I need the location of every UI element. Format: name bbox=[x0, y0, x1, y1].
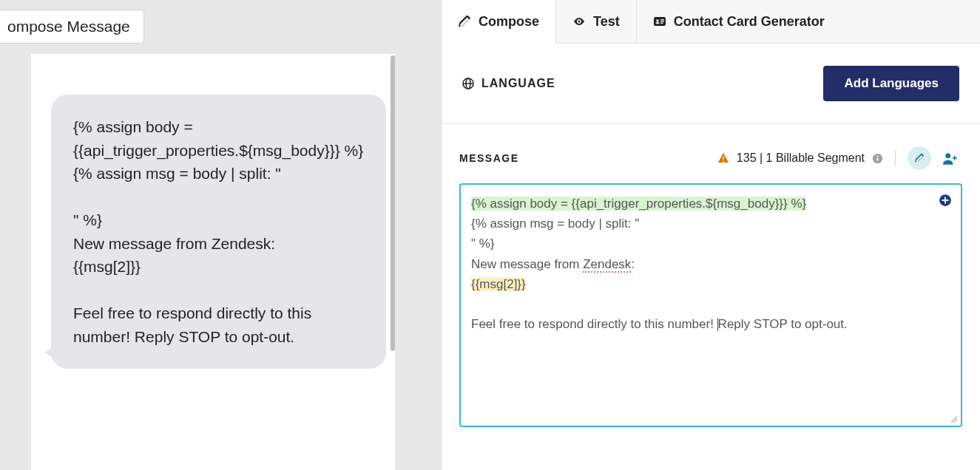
add-languages-label: Add Languages bbox=[844, 76, 939, 90]
preview-scroll-area[interactable]: {% assign body = {{api_trigger_propertie… bbox=[31, 54, 391, 470]
svg-rect-5 bbox=[660, 23, 663, 24]
segment-count-text: 135 | 1 Billable Segment bbox=[737, 151, 865, 165]
svg-point-10 bbox=[876, 155, 878, 157]
globe-icon bbox=[462, 78, 474, 89]
pencil-icon bbox=[915, 151, 924, 165]
resize-handle[interactable] bbox=[950, 415, 959, 423]
message-editor[interactable]: {% assign body = {{api_trigger_propertie… bbox=[459, 183, 962, 427]
tabs-bar: Compose Test Contact Card Generator bbox=[442, 0, 980, 44]
language-label: LANGUAGE bbox=[462, 77, 555, 90]
sms-preview-text: {% assign body = {{api_trigger_propertie… bbox=[73, 118, 363, 345]
editor-line-6: {{msg[2]}} bbox=[471, 277, 526, 291]
scrollbar-thumb[interactable] bbox=[391, 55, 395, 351]
compose-message-tab[interactable]: ompose Message bbox=[0, 10, 144, 44]
eye-icon bbox=[572, 15, 586, 28]
add-variable-button[interactable] bbox=[939, 194, 952, 207]
editor-line-7 bbox=[471, 294, 950, 314]
tab-compose-label: Compose bbox=[479, 14, 539, 30]
svg-rect-2 bbox=[655, 22, 659, 24]
language-row: LANGUAGE Add Languages bbox=[442, 44, 980, 124]
message-label: MESSAGE bbox=[459, 152, 519, 164]
preview-container: {% assign body = {{api_trigger_propertie… bbox=[31, 54, 395, 470]
svg-point-1 bbox=[656, 19, 659, 22]
add-languages-button[interactable]: Add Languages bbox=[823, 66, 959, 101]
svg-rect-11 bbox=[877, 157, 879, 161]
message-meta: 135 | 1 Billable Segment bbox=[717, 146, 962, 170]
user-plus-icon bbox=[942, 151, 959, 165]
tab-compose[interactable]: Compose bbox=[442, 0, 556, 44]
tab-test-label: Test bbox=[593, 14, 620, 30]
editor-panel: Compose Test Contact Card Generator LANG… bbox=[441, 0, 980, 470]
svg-rect-3 bbox=[660, 19, 664, 20]
editor-line-1: {% assign body = {{api_trigger_propertie… bbox=[471, 197, 806, 211]
edit-mode-button[interactable] bbox=[908, 146, 931, 170]
editor-line-2: {% assign msg = body | split: " bbox=[471, 214, 950, 234]
warning-icon bbox=[717, 152, 729, 164]
editor-line-5: New message from Zendesk: bbox=[471, 254, 950, 274]
add-user-button[interactable] bbox=[939, 146, 962, 170]
pencil-icon bbox=[458, 15, 471, 28]
sms-preview-bubble: {% assign body = {{api_trigger_propertie… bbox=[51, 95, 386, 369]
info-icon[interactable] bbox=[872, 153, 883, 164]
svg-rect-4 bbox=[660, 21, 664, 21]
message-section: MESSAGE 135 | 1 Billable Segment bbox=[442, 124, 980, 427]
editor-line-4: " %} bbox=[471, 234, 950, 253]
message-header: MESSAGE 135 | 1 Billable Segment bbox=[459, 146, 962, 170]
svg-point-12 bbox=[945, 153, 950, 158]
preview-panel: ompose Message {% assign body = {{api_tr… bbox=[0, 0, 436, 470]
tab-contact-label: Contact Card Generator bbox=[674, 14, 825, 30]
compose-message-tab-label: ompose Message bbox=[7, 18, 130, 35]
tab-contact-card[interactable]: Contact Card Generator bbox=[637, 0, 841, 43]
divider bbox=[895, 150, 896, 166]
plus-circle-icon bbox=[939, 194, 952, 207]
language-label-text: LANGUAGE bbox=[481, 77, 555, 90]
tab-test[interactable]: Test bbox=[556, 0, 637, 43]
card-icon bbox=[653, 15, 666, 28]
editor-line-8: Feel free to respond directly to this nu… bbox=[471, 314, 950, 334]
